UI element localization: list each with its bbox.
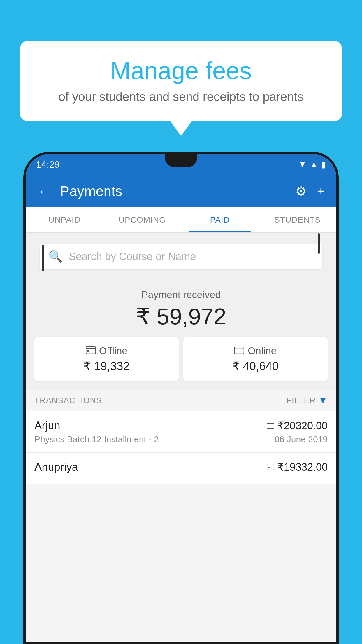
filter-icon: ▼ xyxy=(319,396,328,405)
transactions-header: TRANSACTIONS FILTER ▼ xyxy=(26,390,336,411)
table-row[interactable]: Arjun ₹20320.00 Physics Batch 12 Install… xyxy=(26,411,336,453)
search-icon: 🔍 xyxy=(48,250,63,263)
transaction-amount-wrapper: ₹20320.00 xyxy=(267,420,328,432)
phone-screen: 14:29 ▼ ▲ ▮ ← Payments ⚙ + UNPAID UPCOMI… xyxy=(26,154,336,642)
status-bar: 14:29 ▼ ▲ ▮ xyxy=(26,154,336,175)
transaction-name: Arjun xyxy=(34,419,60,432)
transaction-date: 06 June 2019 xyxy=(275,434,328,444)
svg-rect-2 xyxy=(87,350,89,352)
transaction-amount: ₹19332.00 xyxy=(277,461,328,473)
svg-rect-0 xyxy=(86,346,95,354)
online-payment-type-icon xyxy=(267,421,274,431)
online-amount: ₹ 40,640 xyxy=(189,359,322,373)
phone-button-right xyxy=(318,233,320,254)
svg-rect-3 xyxy=(235,347,244,354)
speech-bubble-subtitle: of your students and send receipts to pa… xyxy=(37,90,325,104)
speech-bubble: Manage fees of your students and send re… xyxy=(20,41,342,121)
signal-icon: ▲ xyxy=(310,160,318,169)
status-icons: ▼ ▲ ▮ xyxy=(298,160,326,169)
transaction-amount: ₹20320.00 xyxy=(277,420,328,432)
filter-label: FILTER xyxy=(287,396,316,405)
transaction-top-row: Anupriya ₹19332.00 xyxy=(34,461,328,473)
online-label: Online xyxy=(248,345,276,356)
tab-unpaid[interactable]: UNPAID xyxy=(26,207,103,232)
payment-summary: Payment received ₹ 59,972 Offline xyxy=(26,280,336,390)
transaction-bottom-row: Physics Batch 12 Installment - 2 06 June… xyxy=(34,434,328,444)
tabs: UNPAID UPCOMING PAID STUDENTS xyxy=(26,207,336,233)
app-title: Payments xyxy=(60,183,292,199)
app-bar: ← Payments ⚙ + xyxy=(26,175,336,207)
transaction-top-row: Arjun ₹20320.00 xyxy=(34,419,328,432)
payment-received-label: Payment received xyxy=(34,289,328,300)
payment-total-amount: ₹ 59,972 xyxy=(34,303,328,330)
online-card-header: Online xyxy=(189,345,322,356)
app-bar-actions: ⚙ + xyxy=(292,181,328,202)
online-payment-card: Online ₹ 40,640 xyxy=(183,337,328,381)
transaction-course: Physics Batch 12 Installment - 2 xyxy=(34,434,159,444)
back-button[interactable]: ← xyxy=(34,180,54,202)
search-bar[interactable]: 🔍 Search by Course or Name xyxy=(40,244,322,269)
table-row[interactable]: Anupriya ₹19332.00 xyxy=(26,453,336,484)
phone-button-left xyxy=(42,245,44,271)
settings-button[interactable]: ⚙ xyxy=(292,181,310,202)
notch xyxy=(165,154,197,167)
wifi-icon: ▼ xyxy=(298,160,307,169)
battery-icon: ▮ xyxy=(321,160,326,169)
status-time: 14:29 xyxy=(36,159,59,170)
search-input[interactable]: Search by Course or Name xyxy=(69,251,196,263)
transaction-name: Anupriya xyxy=(34,461,78,473)
offline-amount: ₹ 19,332 xyxy=(40,359,173,373)
transactions-label: TRANSACTIONS xyxy=(34,396,102,405)
tab-paid[interactable]: PAID xyxy=(181,207,259,232)
payment-cards: Offline ₹ 19,332 Online ₹ 4 xyxy=(34,337,328,381)
offline-label: Offline xyxy=(99,345,128,356)
offline-payment-type-icon xyxy=(267,462,274,472)
add-button[interactable]: + xyxy=(314,181,328,201)
svg-rect-5 xyxy=(267,423,274,428)
offline-payment-card: Offline ₹ 19,332 xyxy=(34,337,179,381)
transaction-amount-wrapper: ₹19332.00 xyxy=(267,461,328,473)
svg-rect-7 xyxy=(267,464,274,470)
tab-upcoming[interactable]: UPCOMING xyxy=(103,207,181,232)
online-payment-icon xyxy=(234,345,244,356)
offline-card-header: Offline xyxy=(40,345,173,356)
offline-payment-icon xyxy=(86,345,96,356)
svg-rect-9 xyxy=(268,467,270,468)
speech-bubble-title: Manage fees xyxy=(37,57,325,84)
filter-button[interactable]: FILTER ▼ xyxy=(287,396,328,405)
tab-students[interactable]: STUDENTS xyxy=(259,207,337,232)
phone-frame: 14:29 ▼ ▲ ▮ ← Payments ⚙ + UNPAID UPCOMI… xyxy=(23,152,339,644)
